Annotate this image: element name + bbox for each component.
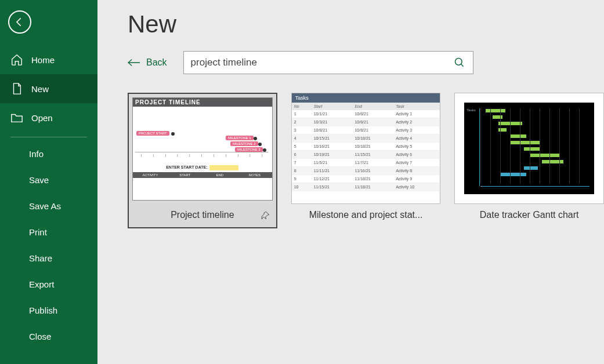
nav-open-label: Open — [31, 113, 53, 123]
gantt-bar — [530, 154, 559, 157]
main-panel: New Back PROJECT TIMELINE PROJECT START — [97, 0, 604, 364]
template-preview: PROJECT TIMELINE PROJECT START MILESTONE… — [132, 97, 273, 201]
table-row: 410/15/2110/18/21Activity 4 — [292, 134, 440, 143]
preview-footer: ACTIVITY START END NOTES — [133, 172, 272, 178]
search-back-label: Back — [146, 57, 167, 68]
table-row: 610/19/2111/15/21Activity 6 — [292, 151, 440, 159]
gantt-row — [480, 147, 589, 151]
table-row: 110/1/2110/8/21Activity 1 — [292, 110, 440, 118]
nav-open[interactable]: Open — [0, 103, 97, 132]
gantt-row — [480, 115, 589, 119]
pin-button[interactable] — [260, 210, 270, 221]
nav-publish[interactable]: Publish — [0, 297, 97, 323]
nav-info[interactable]: Info — [0, 141, 97, 167]
template-label: Milestone and project stat... — [291, 204, 441, 220]
home-icon — [10, 53, 23, 66]
table-row: 811/11/2111/16/21Activity 8 — [292, 167, 440, 175]
nav-new[interactable]: New — [0, 74, 97, 103]
gantt-gridline — [510, 108, 511, 184]
milestone-marker: MILESTONE 3 — [235, 147, 263, 152]
gantt-gridline — [480, 108, 481, 184]
page-title: New — [128, 10, 604, 38]
search-row: Back — [128, 51, 604, 74]
pin-icon — [260, 210, 270, 221]
milestone-dot-icon — [171, 132, 175, 136]
milestone-dot-icon — [254, 137, 257, 140]
gantt-preview: Tasks — [464, 103, 594, 194]
gantt-row — [480, 108, 589, 113]
nav-save[interactable]: Save — [0, 167, 97, 193]
gantt-bar — [542, 160, 563, 163]
nav-print[interactable]: Print — [0, 219, 97, 245]
preview-table: No Start End Task 110/1/2110/8/21Activit… — [292, 103, 440, 191]
back-button[interactable] — [8, 10, 31, 34]
gantt-gridline — [579, 108, 580, 184]
search-back-link[interactable]: Back — [128, 57, 167, 68]
gantt-row — [480, 153, 589, 158]
gantt-row — [480, 159, 589, 164]
gantt-y-label: Tasks — [466, 108, 475, 112]
gantt-gridline — [540, 108, 540, 184]
gantt-gridline — [569, 108, 570, 184]
template-thumbnail: Tasks — [454, 93, 604, 204]
table-row: 310/8/2110/8/21Activity 3 — [292, 126, 440, 134]
template-milestone-status[interactable]: Tasks No Start End Task 110/1/2110/8/21A… — [291, 93, 441, 228]
gantt-bar — [510, 134, 526, 138]
gantt-gridline — [559, 108, 560, 184]
gantt-gridline — [500, 108, 501, 184]
gantt-gridline — [549, 108, 550, 184]
milestone-marker: MILESTONE 1 — [226, 136, 254, 140]
gantt-gridline — [530, 108, 530, 184]
svg-point-0 — [455, 59, 462, 65]
search-button[interactable] — [451, 54, 468, 71]
gantt-bar — [510, 141, 540, 144]
table-row: 210/3/2110/8/21Activity 2 — [292, 118, 440, 126]
template-label: Date tracker Gantt chart — [454, 204, 604, 220]
open-folder-icon — [10, 111, 23, 124]
gantt-bar — [524, 166, 538, 170]
backstage-sidebar: Home New Open Info Save Save As Print Sh… — [0, 0, 97, 364]
gantt-row — [480, 172, 589, 177]
sidebar-separator — [10, 137, 87, 137]
nav-new-label: New — [31, 84, 49, 94]
table-row: 911/12/2111/18/21Activity 9 — [292, 175, 440, 183]
milestone-marker: MILESTONE 2 — [230, 141, 258, 146]
preview-header: Tasks — [292, 93, 440, 103]
gantt-bar — [524, 147, 540, 151]
table-row: 1011/15/2111/18/21Activity 10 — [292, 183, 440, 191]
table-row: 510/16/2110/18/21Activity 5 — [292, 143, 440, 151]
gantt-bar — [500, 173, 526, 176]
date-input-highlight — [209, 165, 238, 170]
gantt-bar — [498, 128, 507, 132]
nav-home-label: Home — [31, 55, 55, 65]
template-thumbnail: Tasks No Start End Task 110/1/2110/8/21A… — [291, 93, 441, 204]
gantt-row — [480, 121, 589, 126]
table-row: 711/5/2111/7/21Activity 7 — [292, 159, 440, 167]
gantt-gridline — [520, 108, 520, 184]
template-results: PROJECT TIMELINE PROJECT START MILESTONE… — [128, 93, 604, 228]
milestone-dot-icon — [258, 143, 262, 146]
template-label: Project timeline — [129, 204, 276, 227]
gantt-row — [480, 128, 589, 132]
back-arrow-icon — [14, 16, 26, 28]
gantt-y-axis — [479, 108, 480, 186]
gantt-bar — [486, 109, 505, 112]
search-icon — [454, 57, 465, 68]
gantt-row — [480, 134, 589, 139]
milestone-marker: PROJECT START — [136, 131, 169, 136]
nav-export[interactable]: Export — [0, 271, 97, 297]
preview-header: PROJECT TIMELINE — [133, 98, 272, 107]
nav-home[interactable]: Home — [0, 45, 97, 74]
timeline-axis: ||||||||||| — [135, 152, 270, 162]
template-search-input[interactable] — [191, 57, 451, 68]
nav-share[interactable]: Share — [0, 245, 97, 271]
gantt-row — [480, 166, 589, 170]
new-file-icon — [10, 82, 23, 95]
nav-close[interactable]: Close — [0, 323, 97, 350]
template-thumbnail: PROJECT TIMELINE PROJECT START MILESTONE… — [129, 94, 276, 204]
template-search-box — [183, 51, 473, 74]
template-project-timeline[interactable]: PROJECT TIMELINE PROJECT START MILESTONE… — [128, 93, 277, 228]
template-date-tracker-gantt[interactable]: Tasks Date tracker Gantt chart — [454, 93, 604, 228]
gantt-gridline — [490, 108, 491, 184]
nav-save-as[interactable]: Save As — [0, 193, 97, 219]
